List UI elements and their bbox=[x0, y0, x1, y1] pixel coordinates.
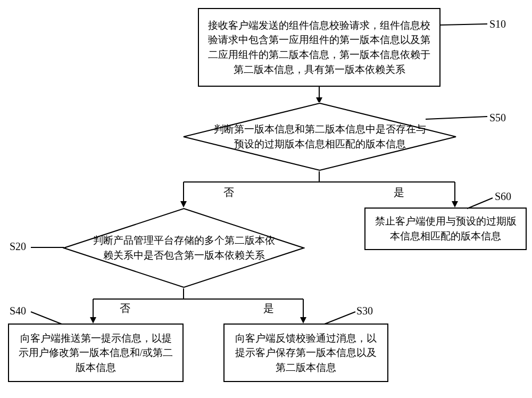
edge-s50-yes: 是 bbox=[394, 185, 404, 200]
connector-s30-label bbox=[325, 310, 356, 325]
process-s60: 禁止客户端使用与预设的过期版本信息相匹配的版本信息 bbox=[364, 208, 527, 250]
process-s40-text: 向客户端推送第一提示信息，以提示用户修改第一版本信息和/或第二版本信息 bbox=[15, 331, 176, 375]
label-s40: S40 bbox=[10, 305, 26, 317]
decision-s50-text: 判断第一版本信息和第二版本信息中是否存在与预设的过期版本信息相匹配的版本信息 bbox=[182, 122, 457, 151]
decision-s20-text: 判断产品管理平台存储的多个第二版本依赖关系中是否包含第一版本依赖关系 bbox=[63, 233, 305, 262]
label-s20: S20 bbox=[10, 241, 26, 253]
svg-line-11 bbox=[467, 198, 493, 209]
process-s30: 向客户端反馈校验通过消息，以提示客户保存第一版本信息以及第二版本信息 bbox=[223, 324, 388, 382]
decision-s20: 判断产品管理平台存储的多个第二版本依赖关系中是否包含第一版本依赖关系 bbox=[63, 208, 305, 288]
edge-s20-yes: 是 bbox=[263, 301, 274, 316]
process-s40: 向客户端推送第一提示信息，以提示用户修改第一版本信息和/或第二版本信息 bbox=[8, 324, 184, 382]
label-s60: S60 bbox=[495, 190, 511, 203]
svg-marker-17 bbox=[90, 317, 96, 324]
svg-line-20 bbox=[31, 312, 62, 324]
process-s60-text: 禁止客户端使用与预设的过期版本信息相匹配的版本信息 bbox=[372, 214, 519, 243]
process-s10-text: 接收客户端发送的组件信息校验请求，组件信息校验请求中包含第一应用组件的第一版本信… bbox=[205, 18, 433, 77]
svg-line-21 bbox=[325, 312, 355, 324]
connector-s60-label bbox=[467, 197, 494, 210]
process-s10: 接收客户端发送的组件信息校验请求，组件信息校验请求中包含第一应用组件的第一版本信… bbox=[198, 8, 440, 87]
svg-marker-10 bbox=[452, 201, 458, 208]
edge-s50-no: 否 bbox=[223, 185, 234, 200]
process-s30-text: 向客户端反馈校验通过消息，以提示客户保存第一版本信息以及第二版本信息 bbox=[231, 331, 381, 375]
arrow-s10-s50 bbox=[315, 87, 323, 104]
flowchart-container: 接收客户端发送的组件信息校验请求，组件信息校验请求中包含第一应用组件的第一版本信… bbox=[0, 0, 532, 398]
decision-s50: 判断第一版本信息和第二版本信息中是否存在与预设的过期版本信息相匹配的版本信息 bbox=[182, 102, 457, 171]
edge-s20-no: 否 bbox=[120, 301, 130, 316]
svg-marker-8 bbox=[180, 201, 187, 208]
connector-s10-label bbox=[440, 22, 488, 28]
label-s10: S10 bbox=[489, 18, 506, 30]
svg-line-0 bbox=[440, 24, 487, 25]
svg-marker-19 bbox=[300, 317, 306, 324]
label-s50: S50 bbox=[489, 112, 506, 124]
connector-s20-label bbox=[31, 245, 65, 250]
connector-s40-label bbox=[31, 310, 63, 325]
label-s30: S30 bbox=[356, 305, 373, 317]
